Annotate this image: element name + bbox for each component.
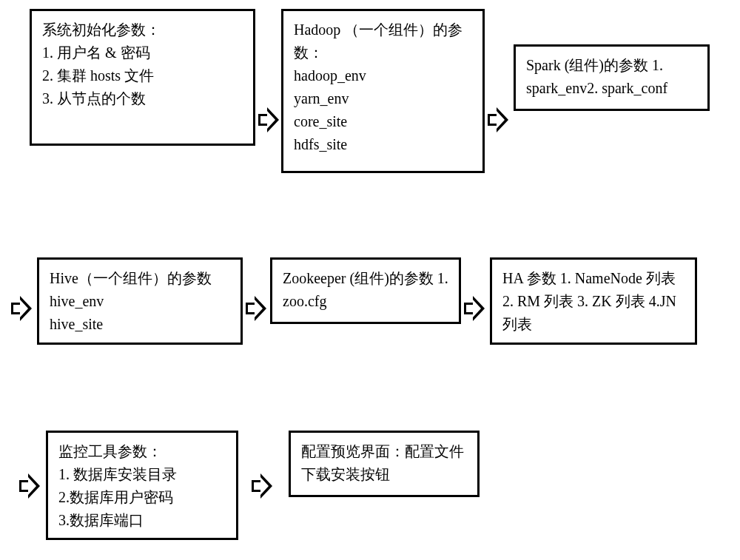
box-ha: HA 参数 1. NameNode 列表 2. RM 列表 3. ZK 列表 4…: [490, 257, 697, 345]
arrow-6: [19, 473, 40, 499]
sysinit-item-1: 1. 用户名 & 密码: [42, 41, 243, 64]
monitor-item-2: 2.数据库用户密码: [58, 486, 226, 509]
hive-item-1: hive_env: [50, 290, 230, 313]
zookeeper-text: Zookeeper (组件)的参数 1. zoo.cfg: [283, 267, 448, 313]
preview-text: 配置预览界面：配置文件下载安装按钮: [301, 440, 467, 486]
hive-item-2: hive_site: [50, 313, 230, 336]
hadoop-item-1: hadoop_env: [294, 64, 472, 87]
arrow-1: [258, 107, 279, 132]
box-hadoop: Hadoop （一个组件）的参数： hadoop_env yarn_env co…: [281, 9, 485, 173]
box-spark: Spark (组件)的参数 1. spark_env2. spark_conf: [514, 44, 710, 111]
arrow-5: [464, 296, 485, 321]
box-sysinit: 系统初始化参数： 1. 用户名 & 密码 2. 集群 hosts 文件 3. 从…: [30, 9, 255, 146]
box-hive: Hive（一个组件）的参数 hive_env hive_site: [37, 257, 243, 345]
monitor-item-1: 1. 数据库安装目录: [58, 463, 226, 486]
hive-title: Hive（一个组件）的参数: [50, 267, 230, 290]
monitor-title: 监控工具参数：: [58, 440, 226, 463]
arrow-7: [252, 473, 272, 499]
hadoop-item-2: yarn_env: [294, 87, 472, 110]
box-preview: 配置预览界面：配置文件下载安装按钮: [289, 431, 480, 497]
box-monitor: 监控工具参数： 1. 数据库安装目录 2.数据库用户密码 3.数据库端口: [46, 431, 238, 540]
sysinit-title: 系统初始化参数：: [42, 18, 243, 41]
arrow-2: [488, 107, 508, 132]
sysinit-item-2: 2. 集群 hosts 文件: [42, 64, 243, 87]
sysinit-item-3: 3. 从节点的个数: [42, 87, 243, 110]
hadoop-title: Hadoop （一个组件）的参数：: [294, 18, 472, 64]
monitor-item-3: 3.数据库端口: [58, 509, 226, 532]
ha-text: HA 参数 1. NameNode 列表 2. RM 列表 3. ZK 列表 4…: [502, 267, 684, 336]
spark-text: Spark (组件)的参数 1. spark_env2. spark_conf: [526, 54, 697, 100]
arrow-4: [246, 296, 266, 321]
hadoop-item-4: hdfs_site: [294, 133, 472, 156]
box-zookeeper: Zookeeper (组件)的参数 1. zoo.cfg: [270, 257, 461, 324]
arrow-3: [11, 296, 32, 321]
hadoop-item-3: core_site: [294, 110, 472, 133]
